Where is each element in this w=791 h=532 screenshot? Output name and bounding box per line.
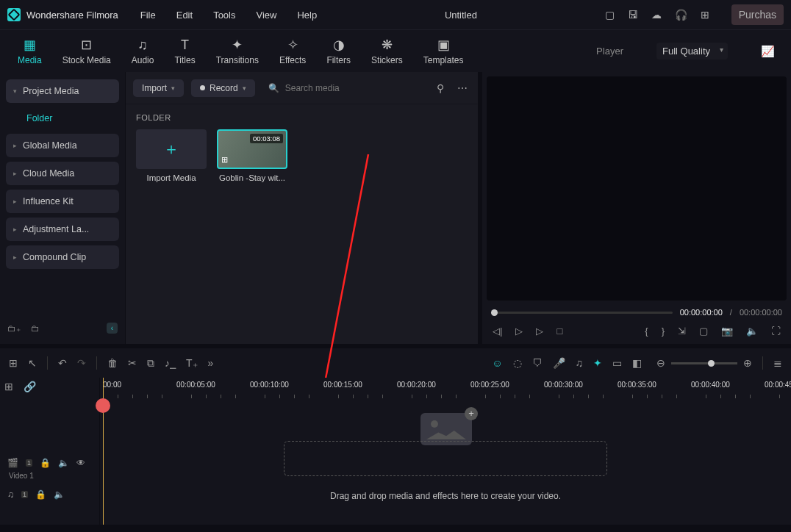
- mute-icon[interactable]: 🔈: [54, 489, 65, 500]
- undo-icon[interactable]: ↶: [58, 357, 67, 369]
- circle-tool-icon[interactable]: ◌: [513, 357, 522, 369]
- add-track-icon[interactable]: ⊞: [4, 381, 13, 392]
- sidebar-item-adjustment-layer[interactable]: ▸Adjustment La...: [6, 218, 119, 241]
- aspect-icon[interactable]: ▭: [612, 357, 622, 369]
- fullscreen-icon[interactable]: ⛶: [771, 326, 781, 337]
- play-icon[interactable]: ▷: [515, 326, 523, 337]
- stop-icon[interactable]: □: [556, 326, 562, 337]
- link-icon[interactable]: 🔗: [24, 381, 36, 392]
- layout-icon[interactable]: ▢: [605, 9, 615, 21]
- cloud-icon[interactable]: ☁: [651, 9, 662, 21]
- tab-stickers[interactable]: ❋Stickers: [361, 30, 413, 72]
- video-track-icon: 🎬: [7, 458, 18, 468]
- keyframe-icon[interactable]: ✦: [593, 357, 602, 369]
- ruler-tick: 00:00:10:00: [250, 381, 289, 389]
- playhead[interactable]: [103, 378, 104, 525]
- monitor-icon[interactable]: ▢: [699, 326, 708, 337]
- time-ruler[interactable]: 00:0000:00:05:0000:00:10:0000:00:15:0000…: [100, 378, 791, 400]
- tab-filters[interactable]: ◑Filters: [316, 30, 361, 72]
- snapshot-icon[interactable]: 📈: [761, 45, 775, 58]
- more-tools-icon[interactable]: »: [208, 357, 214, 369]
- purchase-button[interactable]: Purchas: [731, 4, 784, 25]
- support-icon[interactable]: 🎧: [675, 9, 687, 21]
- track-area[interactable]: 00:0000:00:05:0000:00:10:0000:00:15:0000…: [100, 378, 791, 525]
- play-forward-icon[interactable]: ▷: [536, 326, 543, 337]
- chevron-down-icon: ▾: [171, 85, 175, 92]
- preview-viewport[interactable]: [487, 76, 787, 301]
- menu-edit[interactable]: Edit: [176, 10, 193, 21]
- search-input[interactable]: [285, 83, 420, 93]
- prev-frame-icon[interactable]: ◁|: [493, 326, 502, 337]
- menu-help[interactable]: Help: [297, 10, 317, 21]
- tab-media[interactable]: ▦Media: [7, 30, 52, 72]
- menu-tools[interactable]: Tools: [213, 10, 235, 21]
- mark-out-icon[interactable]: }: [662, 326, 665, 337]
- new-folder-icon[interactable]: 🗀₊: [7, 323, 21, 334]
- grid-icon[interactable]: ⊞: [9, 357, 18, 369]
- redo-icon[interactable]: ↷: [77, 357, 86, 369]
- ruler-tick: 00:00:35:00: [618, 381, 656, 389]
- tab-audio[interactable]: ♫Audio: [121, 30, 165, 72]
- track-height-icon[interactable]: ≣: [773, 357, 782, 369]
- lock-icon[interactable]: 🔒: [35, 489, 46, 500]
- tab-effects[interactable]: ✧Effects: [269, 30, 316, 72]
- cut-icon[interactable]: ✂: [128, 357, 137, 369]
- cursor-icon[interactable]: ↖: [28, 357, 37, 369]
- media-clip[interactable]: 00:03:08 ⊞ Goblin -Stay wit...: [217, 129, 287, 182]
- snapshot-icon[interactable]: 📷: [721, 326, 733, 337]
- import-media-card[interactable]: ＋ Import Media: [136, 129, 207, 182]
- top-ribbon: ▦Media ⊡Stock Media ♫Audio TTitles ✦Tran…: [0, 29, 791, 72]
- tab-templates[interactable]: ▣Templates: [413, 30, 474, 72]
- collapse-sidebar-icon[interactable]: ‹: [107, 323, 118, 334]
- lock-icon[interactable]: 🔒: [40, 458, 51, 468]
- record-button[interactable]: Record▾: [191, 79, 255, 97]
- text-icon[interactable]: T₊: [186, 357, 198, 369]
- sidebar-sub-folder[interactable]: Folder: [6, 107, 119, 129]
- folder-icon[interactable]: 🗀: [31, 323, 40, 334]
- filters-icon: ◑: [333, 37, 345, 53]
- zoom-in-icon[interactable]: ⊕: [743, 357, 752, 369]
- mark-in-icon[interactable]: {: [645, 326, 648, 337]
- volume-icon[interactable]: 🔈: [746, 326, 758, 337]
- tab-transitions-label: Transitions: [216, 55, 259, 65]
- sidebar-item-label: Adjustment La...: [23, 224, 89, 234]
- music-icon[interactable]: ♫: [576, 357, 584, 369]
- visibility-icon[interactable]: 👁: [76, 458, 85, 468]
- save-icon[interactable]: 🖫: [628, 9, 638, 21]
- sidebar-item-global-media[interactable]: ▸Global Media: [6, 134, 119, 157]
- audio-track-header[interactable]: ♫1 🔒 🔈: [0, 483, 99, 506]
- tab-transitions[interactable]: ✦Transitions: [206, 30, 269, 72]
- chevron-right-icon: ▸: [13, 170, 17, 177]
- sidebar-item-project-media[interactable]: ▾Project Media: [6, 79, 119, 103]
- ai-icon[interactable]: ☺: [492, 357, 502, 369]
- tab-titles[interactable]: TTitles: [164, 30, 205, 72]
- zoom-out-icon[interactable]: ⊖: [656, 357, 665, 369]
- tab-stock-media[interactable]: ⊡Stock Media: [52, 30, 121, 72]
- media-panel: Import▾ Record▾ 🔍 ⚲ ⋯ FOLDER ＋ Import Me…: [125, 72, 478, 344]
- document-title: Untitled: [317, 10, 604, 21]
- menu-view[interactable]: View: [256, 10, 276, 21]
- progress-slider[interactable]: [491, 312, 673, 314]
- import-button[interactable]: Import▾: [133, 79, 184, 97]
- sidebar-item-influence-kit[interactable]: ▸Influence Kit: [6, 190, 119, 213]
- crop-icon[interactable]: ⧉: [147, 357, 154, 370]
- mic-icon[interactable]: 🎤: [553, 357, 565, 369]
- export-icon[interactable]: ⇲: [678, 326, 686, 337]
- shield-icon[interactable]: ⛉: [532, 357, 543, 369]
- tab-titles-label: Titles: [174, 55, 195, 65]
- menu-file[interactable]: File: [140, 10, 156, 21]
- delete-icon[interactable]: 🗑: [107, 357, 118, 369]
- player-header: Player Full Quality 📈: [473, 30, 784, 72]
- apps-icon[interactable]: ⊞: [701, 9, 709, 21]
- mute-icon[interactable]: 🔈: [58, 458, 69, 468]
- drop-zone[interactable]: [284, 441, 607, 476]
- caption-icon[interactable]: ◧: [632, 357, 642, 369]
- zoom-slider[interactable]: [671, 362, 737, 364]
- filter-icon[interactable]: ⚲: [434, 82, 447, 94]
- zoom-control: ⊖ ⊕: [656, 357, 752, 369]
- quality-select[interactable]: Full Quality: [656, 43, 728, 60]
- beat-icon[interactable]: ♪⎯: [165, 357, 176, 369]
- sidebar-item-compound-clip[interactable]: ▸Compound Clip: [6, 245, 119, 269]
- more-icon[interactable]: ⋯: [454, 82, 470, 94]
- sidebar-item-cloud-media[interactable]: ▸Cloud Media: [6, 162, 119, 185]
